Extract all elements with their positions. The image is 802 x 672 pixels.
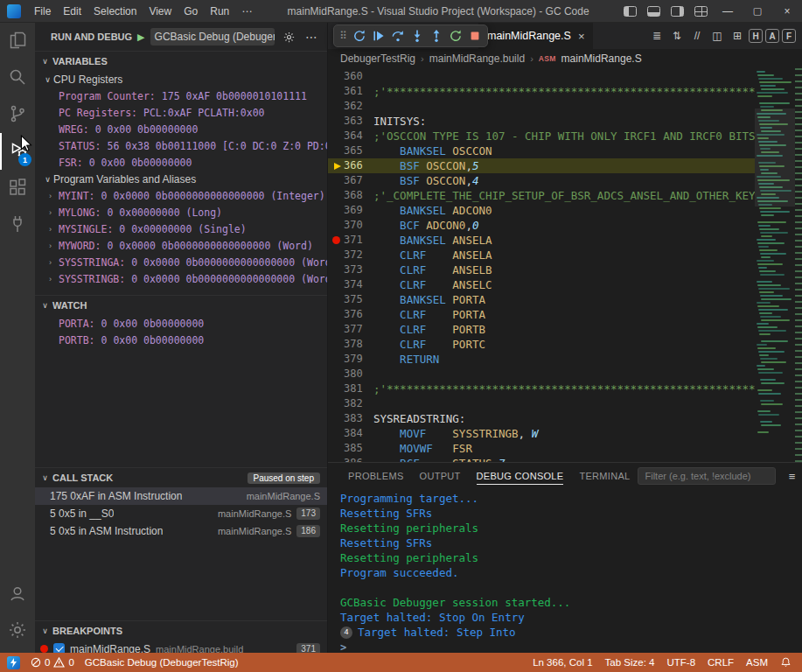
- gutter-cell[interactable]: [328, 173, 344, 188]
- breadcrumb-item[interactable]: mainMidRange.build: [429, 52, 525, 65]
- gutter-cell[interactable]: [328, 382, 344, 396]
- window-close-button[interactable]: ×: [772, 0, 802, 23]
- gutter-cell[interactable]: [328, 441, 344, 456]
- variable-row[interactable]: STATUS:56 0x38 0b00111000 [C:0 DC:0 Z:0 …: [35, 137, 327, 154]
- menu-run[interactable]: Run: [204, 3, 235, 20]
- code-line[interactable]: 372 CLRF ANSELA: [328, 248, 755, 262]
- code-line[interactable]: 375 BANKSEL PORTA: [328, 292, 755, 307]
- code-line[interactable]: 368;'_COMPLETE_THE_CHIP_SETUP_OF_BSR_ADC…: [328, 188, 755, 203]
- code-line[interactable]: 363INITSYS:: [328, 114, 755, 129]
- step-over-button[interactable]: [389, 27, 407, 45]
- menu-edit[interactable]: Edit: [57, 3, 87, 20]
- variable-row[interactable]: ›SYSSTRINGA:0 0x0000 0b0000000000000000 …: [35, 254, 327, 270]
- variable-row[interactable]: ›SYSSTRINGB:0 0x0000 0b0000000000000000 …: [35, 270, 327, 287]
- code-line[interactable]: 379 RETURN: [328, 352, 755, 367]
- gutter-cell[interactable]: [328, 248, 344, 262]
- gutter-cell[interactable]: [328, 352, 344, 367]
- reset-button[interactable]: [351, 27, 368, 45]
- breakpoints-pane-header[interactable]: ∨ BREAKPOINTS: [35, 621, 327, 640]
- sidebar-item-search[interactable]: [0, 60, 35, 96]
- grid-layout-icon[interactable]: ⊞: [729, 27, 746, 45]
- code-line[interactable]: 380: [328, 367, 755, 382]
- code-line[interactable]: 370 BCF ADCON0,0: [328, 218, 755, 233]
- variable-row[interactable]: FSR:0 0x00 0b00000000: [35, 154, 327, 171]
- watch-row[interactable]: PORTB:0 0x00 0b00000000: [35, 332, 327, 348]
- variables-group-1[interactable]: ∨Program Variables and Aliases: [35, 171, 327, 187]
- variable-row[interactable]: ›MYLONG:0 0x00000000 (Long): [35, 204, 327, 220]
- code-line[interactable]: 382: [328, 396, 755, 411]
- code-lines[interactable]: 360361;'********************************…: [328, 68, 755, 462]
- step-into-button[interactable]: [408, 27, 426, 45]
- accounts-button[interactable]: [0, 576, 35, 612]
- stack-frame-row[interactable]: 175 0xAF in ASM InstructionmainMidRange.…: [35, 487, 327, 505]
- launch-config-select[interactable]: GCBasic Debug (DebugerTestRig) ∨: [150, 28, 275, 46]
- gutter-cell[interactable]: [328, 84, 344, 99]
- gutter-cell[interactable]: [328, 129, 344, 144]
- continue-button[interactable]: [370, 27, 387, 45]
- toolbar-drag-handle[interactable]: ⠿: [338, 30, 349, 42]
- stack-frame-row[interactable]: 5 0x5 in ASM InstructionmainMidRange.S18…: [35, 522, 327, 540]
- step-out-button[interactable]: [428, 27, 445, 45]
- gutter-cell[interactable]: [328, 99, 344, 114]
- menu-more[interactable]: ⋯: [235, 3, 258, 20]
- encoding[interactable]: UTF-8: [666, 657, 695, 668]
- toggle-secondary-sidebar-icon[interactable]: [671, 6, 684, 17]
- sidebar-item-source-control[interactable]: [0, 96, 35, 133]
- filter-sliders-icon[interactable]: ⇅: [668, 27, 686, 45]
- gutter-cell[interactable]: [328, 114, 344, 129]
- debug-gear-icon[interactable]: [280, 28, 297, 46]
- customize-layout-icon[interactable]: [694, 6, 708, 17]
- language-mode[interactable]: ASM: [746, 657, 768, 668]
- code-line[interactable]: 385 MOVWF FSR: [328, 441, 755, 456]
- code-line[interactable]: 373 CLRF ANSELB: [328, 262, 755, 277]
- menu-selection[interactable]: Selection: [87, 3, 143, 20]
- gutter-cell[interactable]: [328, 158, 344, 173]
- restart-button[interactable]: [447, 27, 464, 45]
- variable-row[interactable]: PC Registers:PCL:0xAF PCLATH:0x00: [35, 104, 327, 121]
- console-filter-input[interactable]: [638, 467, 776, 485]
- tab-mainmidrange-s[interactable]: mainMidRange.S ×: [478, 23, 593, 49]
- code-line[interactable]: 381;'***********************************…: [328, 382, 755, 396]
- breakpoint-row[interactable]: mainMidRange.SmainMidRange.build371: [35, 640, 327, 653]
- ascii-view-icon[interactable]: A: [765, 29, 779, 43]
- gutter-cell[interactable]: [328, 233, 344, 248]
- variable-row[interactable]: WREG:0 0x00 0b00000000: [35, 121, 327, 137]
- code-line[interactable]: 383SYSREADSTRING:: [328, 411, 755, 426]
- variable-row[interactable]: ›MYSINGLE:0 0x00000000 (Single): [35, 220, 327, 237]
- panel-tab-problems[interactable]: PROBLEMS: [340, 463, 412, 489]
- menu-view[interactable]: View: [143, 3, 178, 20]
- debug-session-status[interactable]: GCBasic Debug (DebugerTestRig): [85, 657, 239, 668]
- gutter-cell[interactable]: [328, 69, 344, 84]
- split-editor-icon[interactable]: ◫: [708, 27, 726, 45]
- code-line[interactable]: 362: [328, 99, 755, 114]
- minimap[interactable]: [755, 68, 795, 462]
- panel-tab-output[interactable]: OUTPUT: [412, 463, 469, 489]
- gutter-cell[interactable]: [328, 218, 344, 233]
- hex-view-icon[interactable]: H: [749, 29, 763, 43]
- breadcrumb-item[interactable]: DebugerTestRig: [340, 52, 415, 65]
- code-line[interactable]: 366 BSF OSCCON,5: [328, 158, 755, 173]
- panel-tab-terminal[interactable]: TERMINAL: [571, 463, 638, 489]
- notifications-bell-icon[interactable]: [780, 656, 792, 668]
- sidebar-more-actions-icon[interactable]: ⋯: [303, 28, 320, 46]
- variable-row[interactable]: Program Counter:175 0xAF 0b0000010101111: [35, 88, 327, 104]
- gutter-cell[interactable]: [328, 456, 344, 462]
- code-line[interactable]: 361;'***********************************…: [328, 84, 755, 99]
- stop-button[interactable]: [466, 27, 484, 45]
- console-input-prompt[interactable]: >: [340, 640, 802, 653]
- sidebar-item-hardware-tools[interactable]: [0, 206, 35, 243]
- format-view-icon[interactable]: F: [782, 29, 796, 43]
- breadcrumb-file[interactable]: mainMidRange.S: [561, 52, 642, 65]
- menu-go[interactable]: Go: [178, 3, 204, 20]
- gutter-cell[interactable]: [328, 396, 344, 411]
- breakpoint-checkbox[interactable]: [53, 643, 65, 653]
- eol-sequence[interactable]: CRLF: [708, 657, 734, 668]
- panel-tab-debug-console[interactable]: DEBUG CONSOLE: [469, 463, 572, 489]
- watch-row[interactable]: PORTA:0 0x00 0b00000000: [35, 315, 327, 332]
- gutter-cell[interactable]: [328, 292, 344, 307]
- gutter-cell[interactable]: [328, 144, 344, 158]
- start-debugging-button[interactable]: ▶: [137, 32, 144, 43]
- manage-button[interactable]: [0, 612, 35, 649]
- problems-status[interactable]: 0 0: [31, 657, 74, 668]
- gutter-cell[interactable]: [328, 277, 344, 292]
